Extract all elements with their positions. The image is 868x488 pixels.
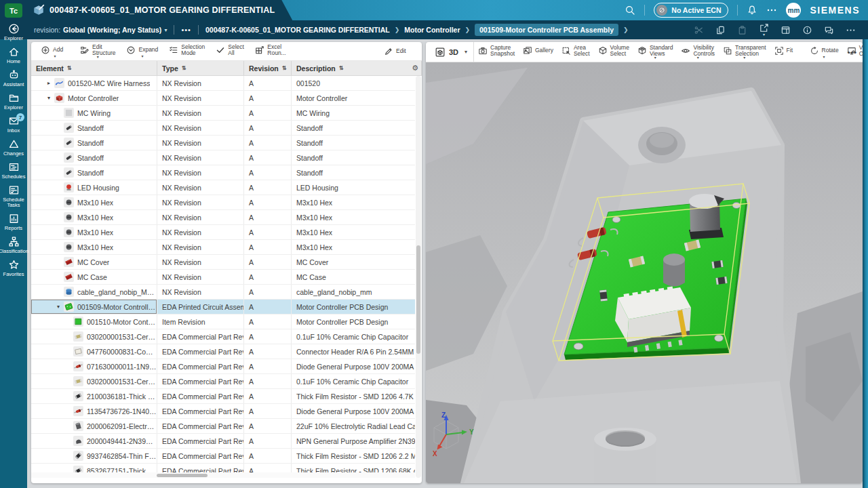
column-header-description[interactable]: Description⇅ xyxy=(292,61,422,75)
table-row-001509-motor-controller-pcb[interactable]: ▾001509-Motor Controller PCB ...EDA Prin… xyxy=(31,300,415,314)
scrollbar-thumb[interactable] xyxy=(157,474,208,477)
sidebar-item-schedules[interactable]: Schedules xyxy=(0,159,27,182)
table-row-standoff[interactable]: StandoffNX RevisionAStandoff xyxy=(31,121,415,136)
breadcrumb-current[interactable]: 001509-Motor Controller PCB Assembly xyxy=(475,24,618,36)
scrollbar-thumb[interactable] xyxy=(416,245,420,354)
table-row-2000062091-electrolytic-ra[interactable]: 2000062091-Electrolytic Ra...EDA Commerc… xyxy=(31,419,415,434)
table-row-m3x10-hex[interactable]: M3x10 HexNX RevisionAM3x10 Hex xyxy=(31,240,415,255)
add-button[interactable]: Add▾ xyxy=(35,42,75,60)
sidebar-item-favorites[interactable]: Favorites xyxy=(0,256,27,279)
table-row-motor-controller[interactable]: ▾Motor ControllerNX RevisionAMotor Contr… xyxy=(31,91,415,106)
column-settings-gear-icon[interactable]: ⚙ xyxy=(412,61,418,75)
layout-icon[interactable] xyxy=(781,25,791,35)
table-row-071630000011-1n914-diode[interactable]: 071630000011-1N914 DiodeEDA Commercial P… xyxy=(31,359,415,374)
feedback-icon[interactable] xyxy=(824,25,834,35)
open-icon[interactable] xyxy=(759,23,769,33)
copy-icon[interactable] xyxy=(715,25,726,35)
sort-icon[interactable]: ⇅ xyxy=(182,65,186,71)
sidebar-item-home[interactable]: Home xyxy=(0,43,27,66)
table-row-mc-cover[interactable]: MC CoverNX RevisionAMC Cover xyxy=(31,255,415,270)
table-row-030200001531-ceramic-chi[interactable]: 030200001531-Ceramic Chi...EDA Commercia… xyxy=(31,374,415,389)
feedback-icon[interactable] xyxy=(824,25,834,35)
table-row-m3x10-hex[interactable]: M3x10 HexNX RevisionAM3x10 Hex xyxy=(31,210,415,225)
table-row-047760000831-connector[interactable]: 047760000831-ConnectorEDA Commercial Par… xyxy=(31,344,415,359)
sidebar-item-assistant[interactable]: Assistant xyxy=(0,66,27,89)
revision-value[interactable]: Global (Working; Any Status) xyxy=(63,26,161,34)
breadcrumb-parent[interactable]: Motor Controller xyxy=(404,26,460,34)
table-row-2100036181-thick-film-res[interactable]: 2100036181-Thick Film Res...EDA Commerci… xyxy=(31,389,415,404)
vertical-scrollbar[interactable] xyxy=(416,76,421,478)
gallery-button[interactable]: Gallery xyxy=(519,42,557,62)
more-icon[interactable] xyxy=(846,25,856,35)
table-row-001510-motor-controller-p[interactable]: 001510-Motor Controller P...Item Revisio… xyxy=(31,314,415,329)
table-row-m3x10-hex[interactable]: M3x10 HexNX RevisionAM3x10 Hex xyxy=(31,225,415,240)
copy-icon[interactable] xyxy=(715,25,726,35)
selection-mode-button[interactable]: Selection Mode xyxy=(163,42,210,60)
table-row-mc-case[interactable]: MC CaseNX RevisionAMC Case xyxy=(31,270,415,285)
table-row-standoff[interactable]: StandoffNX RevisionAStandoff xyxy=(31,165,415,180)
table-row-11354736726-1n4001-diode[interactable]: 11354736726-1N4001 DiodeEDA Commercial P… xyxy=(31,404,415,419)
area-select-button[interactable]: Area Select xyxy=(557,42,594,62)
select-all-button[interactable]: Select All xyxy=(210,42,250,60)
sort-icon[interactable]: ⇅ xyxy=(282,65,287,71)
sort-icon[interactable]: ⇅ xyxy=(339,65,344,71)
sidebar-item-classification[interactable]: Classification xyxy=(0,233,27,256)
capture-snapshot-button[interactable]: Capture Snapshot xyxy=(474,42,519,62)
table-row-mc-wiring[interactable]: MC WiringNX RevisionAMC Wiring xyxy=(31,106,415,121)
open-icon[interactable]: ▾ xyxy=(759,23,769,37)
table-row-cable-gland-nobip-m8x10-m[interactable]: cable_gland_nobip_M8x10_m...NX RevisionA… xyxy=(31,285,415,300)
table-row-030200001531-ceramic-chi[interactable]: 030200001531-Ceramic Chi...EDA Commercia… xyxy=(31,329,415,344)
horizontal-scrollbar[interactable] xyxy=(31,472,415,478)
fit-button[interactable]: Fit xyxy=(770,42,806,62)
cell-element: 9937462854-Thin Film Resi... xyxy=(31,449,157,463)
table-row-led-housing[interactable]: LED HousingNX RevisionALED Housing xyxy=(31,180,415,195)
table-row-9937462854-thin-film-resi[interactable]: 9937462854-Thin Film Resi...EDA Commerci… xyxy=(31,449,415,464)
transparent-selection-button[interactable]: Transparent Selection▾ xyxy=(719,42,770,62)
info-icon[interactable] xyxy=(802,25,812,35)
more-menu-icon[interactable] xyxy=(766,5,777,16)
breadcrumb-root[interactable]: 000487-K-00605_01_MOTOR GEARING DIFFEREN… xyxy=(205,26,390,34)
tree-expand-caret[interactable]: ▸ xyxy=(43,80,54,86)
sidebar-item-explorer[interactable]: Explorer xyxy=(0,89,27,113)
sort-icon[interactable]: ⇅ xyxy=(67,65,72,71)
viewer-overflow-menu[interactable]: ••• xyxy=(847,42,857,62)
column-header-revision[interactable]: Revision⇅ xyxy=(244,61,292,75)
info-icon[interactable] xyxy=(802,25,812,35)
layout-icon[interactable] xyxy=(781,25,791,35)
standard-views-button[interactable]: Standard Views▾ xyxy=(633,42,677,62)
edit-button[interactable]: Edit xyxy=(378,42,418,60)
table-row-001520-mc-wire-harness[interactable]: ▸001520-MC Wire HarnessNX RevisionA00152… xyxy=(31,76,415,91)
overflow-menu[interactable]: ••• xyxy=(181,26,191,34)
table-row-standoff[interactable]: StandoffNX RevisionAStandoff xyxy=(31,136,415,150)
notifications-bell-icon[interactable] xyxy=(747,5,757,16)
table-row-m3x10-hex[interactable]: M3x10 HexNX RevisionAM3x10 Hex xyxy=(31,195,415,210)
t-dioder-part-icon xyxy=(73,361,83,371)
visibility-controls-button[interactable]: Visibility Controls▾ xyxy=(677,42,719,62)
sidebar-item-schedule-tasks[interactable]: Schedule Tasks xyxy=(0,182,27,210)
sidebar-item-explorer[interactable]: Explorer xyxy=(0,20,27,43)
tc-app-logo[interactable]: Tc xyxy=(5,3,22,18)
table-row-2000049441-2n3904-ampli[interactable]: 2000049441-2N3904 Ampli...EDA Commercial… xyxy=(31,434,415,449)
t-resblk-part-icon xyxy=(73,391,83,401)
more-icon[interactable] xyxy=(846,25,856,35)
avatar[interactable]: mm xyxy=(786,3,801,18)
excel-roun-button[interactable]: Excel Roun... xyxy=(250,42,291,60)
expand-button[interactable]: Expand▾ xyxy=(121,42,163,60)
sidebar-item-reports[interactable]: Reports xyxy=(0,210,27,233)
viewer-3d-scene[interactable]: Z Y X xyxy=(426,62,863,483)
sidebar-item-inbox[interactable]: 7Inbox xyxy=(0,113,27,136)
chevron-down-icon[interactable]: ▾ xyxy=(164,27,167,33)
sidebar-item-changes[interactable]: Changes xyxy=(0,136,27,159)
rotate-button[interactable]: Rotate▾ xyxy=(806,42,843,62)
column-header-element[interactable]: Element⇅ xyxy=(31,61,157,75)
ecn-badge[interactable]: No Active ECN xyxy=(654,3,728,18)
tree-expand-caret[interactable]: ▾ xyxy=(53,304,64,310)
tree-expand-caret[interactable]: ▾ xyxy=(43,95,54,101)
column-header-type[interactable]: Type⇅ xyxy=(157,61,244,75)
volume-select-button[interactable]: Volume Select xyxy=(594,42,633,62)
viewer-mode-button[interactable]: 3D ▾ xyxy=(429,42,474,62)
collapsed-panel-strip[interactable] xyxy=(863,39,868,488)
search-icon[interactable] xyxy=(625,5,635,16)
edit-structure-button[interactable]: Edit Structure▾ xyxy=(75,42,121,60)
table-row-standoff[interactable]: StandoffNX RevisionAStandoff xyxy=(31,150,415,165)
